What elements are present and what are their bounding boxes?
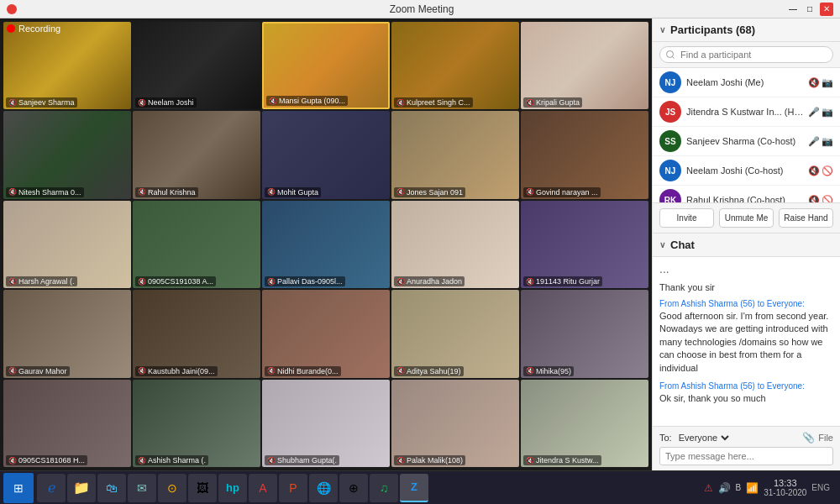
participant-item[interactable]: NJNeelam Joshi (Me)🔇📷 (653, 68, 840, 97)
chat-section: ∨ Chat ...Thank you sirFrom Ashish Sharm… (653, 234, 840, 470)
time-display: 13:33 (774, 478, 797, 488)
video-cell-label: 🔇Jitendra S Kustw... (523, 455, 601, 465)
participant-avatar: JS (659, 101, 681, 123)
taskbar-spotify-icon[interactable]: ♫ (370, 474, 398, 502)
close-button[interactable]: ✕ (820, 3, 833, 16)
video-cell[interactable]: 🔇Nidhi Burande(0... (262, 290, 390, 377)
video-cell[interactable]: 🔇0905CS191038 A... (133, 201, 260, 288)
video-cell[interactable]: 🔇Neelam Joshi (133, 22, 260, 109)
store-icon: 🛍 (106, 481, 118, 495)
muted-icon: 🔇 (526, 188, 534, 196)
video-cell[interactable]: 🔇Sanjeev Sharma (3, 22, 131, 109)
muted-icon: 🔇 (267, 278, 276, 286)
video-cell-label: 🔇Aditya Sahu(19) (394, 366, 464, 376)
video-cell-label: 🔇Kulpreet Singh C... (394, 97, 473, 108)
participant-name: Jitendra S Kustwar In... (Host) (686, 107, 808, 117)
video-cell[interactable]: 🔇Govind narayan ... (521, 111, 648, 198)
start-button[interactable]: ⊞ (3, 473, 34, 503)
chat-message: From Ashish Sharma (56) to Everyone:Good… (659, 299, 833, 375)
taskbar-chrome-icon[interactable]: ⊕ (339, 474, 368, 502)
video-cell[interactable]: 🔇Kripali Gupta (521, 22, 648, 109)
raise-hand-button[interactable]: Raise Hand (779, 208, 833, 228)
muted-icon: 🔇 (526, 367, 534, 375)
video-cell[interactable]: 🔇Shubham Gupta(. (262, 380, 390, 467)
video-cell-label: 🔇Mansi Gupta (090... (266, 96, 348, 106)
taskbar-hp-icon[interactable]: hp (218, 474, 247, 502)
invite-button[interactable]: Invite (659, 208, 714, 228)
taskbar-ie-icon[interactable]: ℯ (37, 474, 66, 502)
taskbar-acrobat-icon[interactable]: A (249, 474, 277, 502)
participant-icons: 🎤📷 (808, 136, 833, 147)
video-cell-label: 🔇Shubham Gupta(. (265, 455, 339, 465)
video-cell[interactable]: 🔇Kaustubh Jaini(09... (133, 290, 260, 377)
participant-item[interactable]: JSJitendra S Kustwar In... (Host)🎤📷 (653, 97, 840, 127)
video-cell[interactable]: 🔇Jones Sajan 091 (391, 111, 519, 198)
video-cell[interactable]: 🔇Mansi Gupta (090... (262, 22, 390, 109)
muted-icon: 🔇 (526, 278, 534, 286)
chat-chevron-icon: ∨ (659, 240, 665, 249)
muted-icon: 🔇 (8, 278, 17, 286)
title-bar: Zoom Meeting — □ ✕ (0, 0, 840, 18)
chat-header: ∨ Chat (653, 234, 840, 257)
taskbar-ppt-icon[interactable]: P (279, 474, 307, 502)
video-cell[interactable]: 🔇Mohit Gupta (262, 111, 390, 198)
window-controls[interactable]: — □ ✕ (786, 3, 833, 16)
clock: 13:33 31-10-2020 (764, 478, 806, 497)
video-cell[interactable]: 🔇Rahul Krishna (133, 111, 260, 198)
search-input[interactable] (659, 46, 833, 63)
video-cell-label: 🔇Neelam Joshi (135, 97, 197, 108)
chat-text: Good afternoon sir. I'm from second year… (659, 310, 833, 375)
maximize-button[interactable]: □ (803, 3, 816, 16)
video-cell[interactable]: 🔇Palak Malik(108) (391, 380, 519, 467)
chat-to-label: To: (659, 433, 672, 443)
video-cell[interactable]: 🔇191143 Ritu Gurjar (521, 201, 648, 288)
muted-icon: 🔇 (138, 188, 146, 196)
hp-icon: hp (226, 481, 239, 494)
video-cell[interactable]: 🔇Ashish Sharma (. (133, 380, 260, 467)
video-cell-label: 🔇Ashish Sharma (. (135, 455, 208, 465)
video-cell-label: 🔇Jones Sajan 091 (394, 187, 465, 197)
muted-icon: 🔇 (396, 188, 405, 196)
video-cell[interactable]: 🔇Aditya Sahu(19) (391, 290, 519, 377)
file-label: File (818, 433, 833, 443)
chat-message: From Ashish Sharma (56) to Everyone:Ok s… (659, 381, 833, 405)
participant-item[interactable]: NJNeelam Joshi (Co-host)🔇🚫 (653, 156, 840, 186)
video-cell[interactable]: 🔇Mihika(95) (521, 290, 648, 377)
video-cell[interactable]: 🔇Pallavi Das-0905l... (262, 201, 390, 288)
video-cell[interactable]: 🔇Kulpreet Singh C... (391, 22, 519, 109)
participant-item[interactable]: SSSanjeev Sharma (Co-host)🎤📷 (653, 127, 840, 156)
taskbar-cd-icon[interactable]: ⊙ (158, 474, 186, 502)
video-cell-label: 🔇191143 Ritu Gurjar (523, 276, 602, 286)
participant-video-icon: 📷 (822, 77, 833, 88)
muted-icon: 🔇 (8, 188, 17, 196)
taskbar-store-icon[interactable]: 🛍 (97, 474, 126, 502)
main-area: Recording 🔇Sanjeev Sharma🔇Neelam Joshi🔇M… (0, 18, 840, 470)
video-cell[interactable]: 🔇0905CS181068 H... (3, 380, 131, 467)
volume-icon[interactable]: 🔊 (718, 482, 731, 494)
minimize-button[interactable]: — (786, 3, 800, 16)
taskbar-edge-icon[interactable]: 🌐 (309, 474, 338, 502)
muted-icon: 🔇 (267, 457, 276, 465)
video-cell[interactable]: 🔇Nitesh Sharma 0... (3, 111, 131, 198)
chat-to-select[interactable]: Everyone (675, 432, 732, 444)
file-icon[interactable]: 📎 (802, 432, 815, 444)
cd-icon: ⊙ (167, 481, 177, 495)
chat-text: Ok sir, thank you so much (659, 392, 833, 405)
video-cell-label: 🔇Govind narayan ... (523, 187, 601, 197)
unmute-me-button[interactable]: Unmute Me (719, 208, 774, 228)
video-cell[interactable]: 🔇Gaurav Mahor (3, 290, 131, 377)
video-cell[interactable]: 🔇Anuradha Jadon (391, 201, 519, 288)
taskbar-mail-icon[interactable]: ✉ (128, 474, 156, 502)
participant-avatar: SS (659, 130, 681, 152)
participants-header: ∨ Participants (68) (653, 18, 840, 42)
participant-item[interactable]: RKRahul Krishna (Co-host)🔇🚫 (653, 186, 840, 202)
video-cell-label: 🔇Mihika(95) (523, 366, 574, 376)
taskbar-folder-icon[interactable]: 📁 (67, 474, 96, 502)
video-cell[interactable]: 🔇Harsh Agrawal (. (3, 201, 131, 288)
video-cell[interactable]: 🔇Jitendra S Kustw... (521, 380, 648, 467)
chat-message-input[interactable] (659, 447, 833, 465)
participant-mic-icon: 🎤 (808, 136, 820, 147)
taskbar-zoom-icon[interactable]: Z (400, 474, 428, 502)
muted-icon: 🔇 (526, 457, 534, 465)
taskbar-photos-icon[interactable]: 🖼 (188, 474, 217, 502)
